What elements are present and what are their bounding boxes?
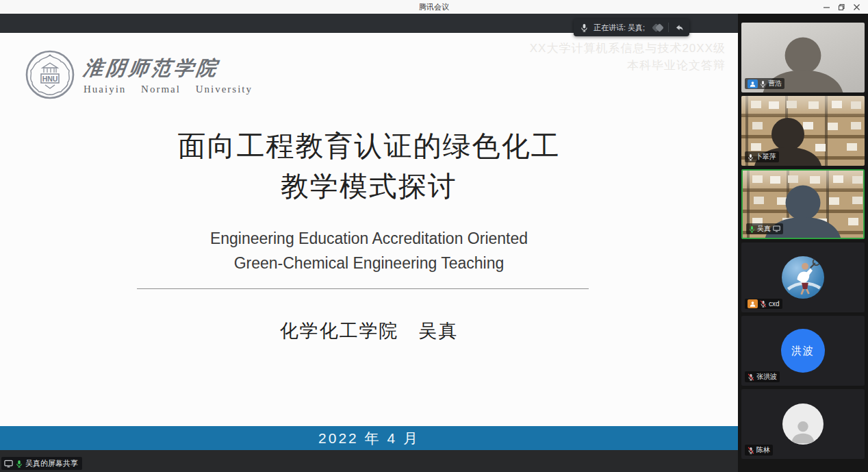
tencent-meeting-logo-icon [653, 25, 663, 31]
mic-speaking-icon [749, 225, 755, 233]
participant-tile-cxd[interactable]: cxd [741, 243, 865, 312]
slide-divider [137, 288, 589, 289]
screen-share-area: XX大学计算机系信息与技术20XX级 本科毕业论文答辩 HNU 淮阴师范 [0, 14, 738, 472]
participant-tile-zhanghongbo[interactable]: 洪波 张洪波 [741, 316, 865, 386]
window-controls [819, 0, 864, 14]
participants-panel: 曹浩 卜翠萍 [738, 14, 868, 472]
restore-button[interactable] [834, 1, 849, 13]
participant-name-badge: 张洪波 [745, 371, 780, 382]
participant-name-badge: 吴真 [746, 223, 783, 234]
speaking-text: 正在讲话: 吴真; [593, 23, 645, 33]
initials-avatar: 洪波 [781, 329, 825, 373]
window-titlebar: 腾讯会议 [0, 0, 868, 14]
participant-tile-bucuiping[interactable]: 卜翠萍 [741, 96, 865, 166]
speaking-notification: 正在讲话: 吴真; [574, 18, 689, 36]
collapse-arrow-icon[interactable] [674, 23, 684, 32]
university-logo: HNU 淮阴师范学院 Huaiyin Normal University [25, 49, 253, 100]
mic-on-icon [748, 153, 754, 161]
placeholder-avatar [782, 403, 824, 445]
bookshelf-items [752, 175, 763, 183]
minimize-icon [823, 3, 830, 11]
university-names: 淮阴师范学院 Huaiyin Normal University [84, 55, 253, 95]
slide-title-line1: 面向工程教育认证的绿色化工 [0, 126, 738, 166]
person-silhouette-icon [788, 417, 818, 445]
participant-name-badge: cxd [745, 299, 782, 309]
university-name-cn: 淮阴师范学院 [81, 55, 255, 82]
slide-subtitle: Engineering Education Accreditation Orie… [0, 226, 738, 275]
participant-name: cxd [769, 300, 780, 308]
participant-name-badge: 卜翠萍 [745, 151, 779, 162]
screen-share-badge[interactable]: 吴真的屏幕共享 [1, 457, 82, 470]
participant-name: 张洪波 [756, 372, 777, 382]
screen-share-icon [4, 460, 13, 468]
restore-icon [838, 3, 845, 11]
mic-on-icon [16, 460, 23, 468]
slide-subtitle-line1: Engineering Education Accreditation Orie… [0, 226, 738, 251]
close-icon [853, 3, 860, 11]
participant-name-badge: 曹浩 [745, 78, 784, 89]
tencent-meeting-window: 腾讯会议 XX大学计算机系信息与技术20XX级 本科毕业论 [0, 0, 868, 472]
mic-icon [580, 23, 588, 32]
slide-author: 化学化工学院 吴真 [0, 319, 738, 343]
notification-divider [668, 23, 669, 32]
participant-tile-caohao[interactable]: 曹浩 [741, 23, 865, 92]
university-seal-icon: HNU [25, 49, 75, 100]
close-button[interactable] [849, 1, 864, 13]
participant-name: 卜翠萍 [756, 152, 776, 162]
window-title: 腾讯会议 [419, 2, 449, 12]
tennis-player-avatar [782, 256, 824, 299]
bookshelf-items [751, 101, 761, 108]
sharing-screen-icon [773, 225, 780, 232]
slide-title-line2: 教学模式探讨 [0, 166, 738, 207]
slide-date: 2022 年 4 月 [318, 429, 420, 448]
watermark-line1: XX大学计算机系信息与技术20XX级 [530, 40, 726, 57]
mic-muted-icon [760, 300, 767, 308]
watermark-line2: 本科毕业论文答辩 [530, 57, 726, 74]
screen-share-label: 吴真的屏幕共享 [25, 458, 78, 469]
university-name-en: Huaiyin Normal University [84, 84, 253, 95]
slide-watermark: XX大学计算机系信息与技术20XX级 本科毕业论文答辩 [530, 40, 726, 74]
participant-tile-wuzhen-speaking[interactable]: 吴真 [741, 169, 865, 239]
shared-slide: XX大学计算机系信息与技术20XX级 本科毕业论文答辩 HNU 淮阴师范 [0, 33, 738, 426]
participant-name-badge: 陈林 [745, 445, 773, 456]
mic-on-icon [760, 80, 766, 88]
slide-subtitle-line2: Green-Chemical Engineering Teaching [0, 251, 738, 275]
slide-title: 面向工程教育认证的绿色化工 教学模式探讨 [0, 126, 738, 207]
participant-name: 吴真 [757, 224, 771, 234]
participant-name: 曹浩 [768, 79, 782, 88]
participant-tile-chenlin[interactable]: 陈林 [741, 389, 865, 459]
minimize-button[interactable] [819, 1, 834, 13]
slide-date-bar: 2022 年 4 月 [0, 426, 738, 450]
svg-text:HNU: HNU [42, 75, 58, 83]
meeting-bottom-bar: 吴真的屏幕共享 [0, 450, 738, 472]
mic-muted-icon [748, 447, 754, 454]
member-badge-icon [748, 299, 758, 308]
member-badge-icon [748, 79, 758, 88]
avatar-text: 洪波 [791, 345, 815, 358]
participant-name: 陈林 [756, 445, 770, 455]
mic-muted-icon [748, 373, 754, 381]
